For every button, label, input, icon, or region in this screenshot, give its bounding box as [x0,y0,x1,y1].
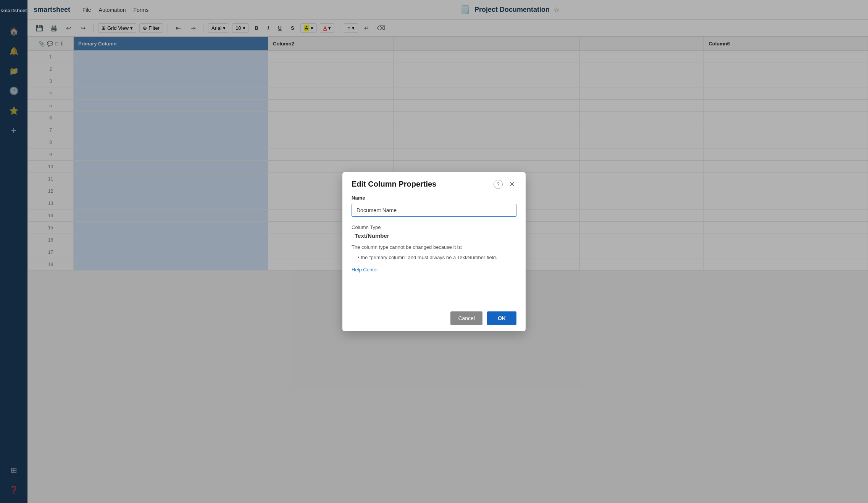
bullet-content: the "primary column" and must always be … [361,255,497,260]
column-type-label: Column Type [352,224,516,230]
column-name-input[interactable] [352,204,516,217]
cancel-button[interactable]: Cancel [450,311,482,325]
column-type-value: Text/Number [355,232,516,239]
info-text: The column type cannot be changed becaus… [352,243,516,251]
dialog-help-button[interactable]: ? [494,180,503,189]
dialog-close-button[interactable]: ✕ [507,180,516,189]
dialog-overlay: Edit Column Properties ? ✕ Name Column T… [0,0,868,503]
dialog-body: Name Column Type Text/Number The column … [342,195,526,282]
edit-column-dialog: Edit Column Properties ? ✕ Name Column T… [342,172,526,331]
help-center-link[interactable]: Help Center [352,267,378,272]
name-field-label: Name [352,195,516,201]
dialog-footer: Cancel OK [342,305,526,331]
dialog-header-actions: ? ✕ [494,180,516,189]
bullet-text: • the "primary column" and must always b… [358,254,516,261]
dialog-title: Edit Column Properties [352,180,436,189]
ok-button[interactable]: OK [487,311,516,325]
dialog-header: Edit Column Properties ? ✕ [342,172,526,195]
